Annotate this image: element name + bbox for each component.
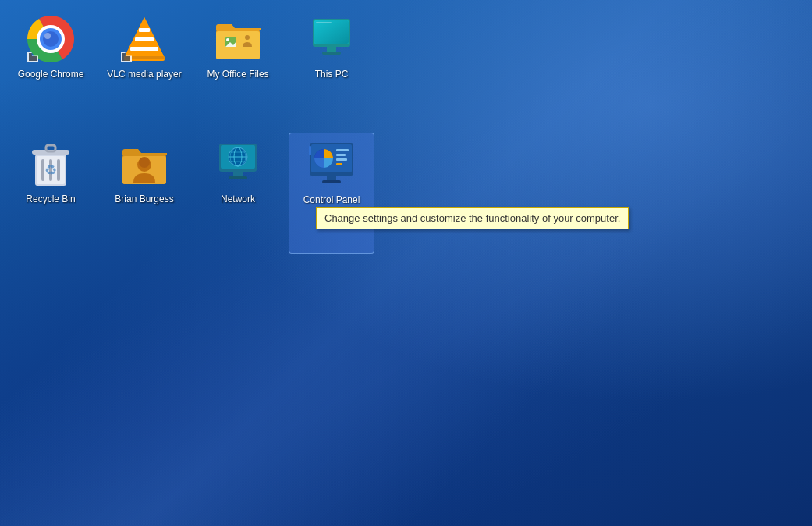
desktop-icon-google-chrome[interactable]: Google Chrome [8,8,94,129]
svg-rect-31 [46,145,55,151]
network-icon-image [213,139,263,189]
recycle-bin-icon-image: ♻ [26,139,76,189]
svg-point-36 [139,157,150,168]
chrome-label: Google Chrome [18,69,84,81]
svg-rect-9 [139,28,150,32]
chrome-icon-image [26,14,76,64]
svg-rect-23 [322,52,341,55]
svg-rect-53 [336,163,342,165]
office-files-icon-image [213,14,263,64]
desktop-icon-brian-burgess[interactable]: Brian Burgess [101,133,187,254]
office-files-label: My Office Files [207,69,268,81]
recycle-bin-label: Recycle Bin [26,194,75,206]
brian-burgess-icon-image [119,139,169,189]
control-panel-tooltip: Change settings and customize the functi… [316,207,629,229]
desktop-icon-vlc[interactable]: VLC media player [101,8,187,129]
svg-rect-45 [233,172,243,176]
svg-point-18 [245,35,250,40]
svg-rect-55 [322,180,341,183]
svg-text:♻: ♻ [44,162,57,178]
control-panel-label: Control Panel [303,194,360,207]
vlc-label: VLC media player [107,69,181,81]
brian-burgess-label: Brian Burgess [115,194,173,206]
svg-point-15 [226,38,229,41]
desktop-icon-my-office-files[interactable]: My Office Files [195,8,281,129]
svg-rect-29 [57,159,60,181]
svg-rect-52 [336,158,347,161]
tooltip-text: Change settings and customize the functi… [324,212,620,224]
svg-rect-21 [314,20,349,44]
this-pc-label: This PC [315,69,349,81]
svg-rect-8 [135,37,154,41]
desktop-icon-network[interactable]: Network [195,133,281,254]
desktop-icon-recycle-bin[interactable]: ♻ Recycle Bin [8,133,94,254]
network-label: Network [221,194,255,206]
svg-rect-51 [336,154,346,156]
control-panel-icon-image [307,140,356,190]
svg-rect-46 [229,176,247,179]
svg-rect-56 [309,146,311,155]
svg-rect-24 [316,22,332,23]
svg-rect-7 [130,47,158,51]
svg-rect-54 [327,176,336,180]
desktop-icon-this-pc[interactable]: This PC [289,8,374,129]
svg-rect-50 [336,149,349,151]
svg-point-3 [43,31,59,47]
svg-point-4 [44,33,51,39]
svg-rect-22 [327,47,336,52]
svg-rect-13 [216,31,260,59]
this-pc-icon-image [307,14,356,64]
vlc-icon-image [119,14,169,64]
desktop-icon-control-panel[interactable]: Control Panel [289,133,374,254]
